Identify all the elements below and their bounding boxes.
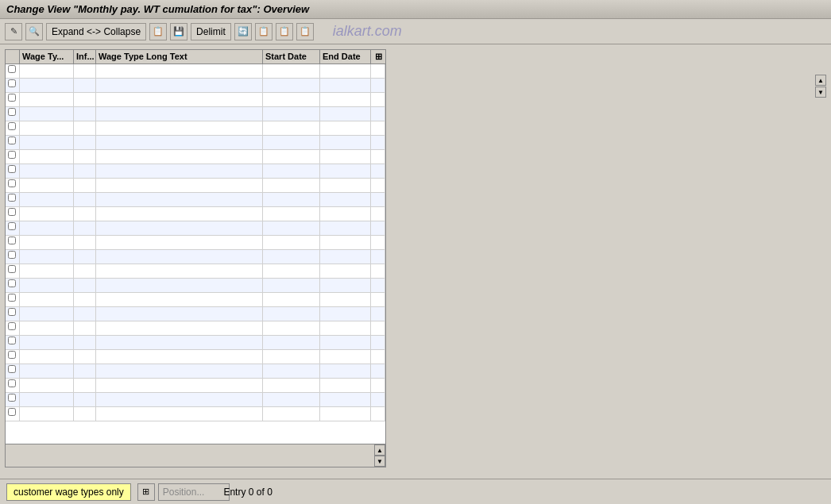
toolbar-btn-refresh[interactable]: 🔄 <box>234 23 252 40</box>
row-check-input[interactable] <box>8 222 16 230</box>
row-startdate <box>263 207 320 221</box>
row-check-input[interactable] <box>8 379 16 387</box>
row-check-input[interactable] <box>8 65 16 73</box>
table-row[interactable] <box>6 64 385 79</box>
table-row[interactable] <box>6 264 385 279</box>
row-last <box>371 164 385 178</box>
toolbar-btn-copy2[interactable]: 📋 <box>255 23 272 40</box>
row-checkbox[interactable] <box>6 307 20 321</box>
row-check-input[interactable] <box>8 137 16 144</box>
row-checkbox[interactable] <box>6 293 20 306</box>
table-row[interactable] <box>6 107 385 121</box>
table-row[interactable] <box>6 350 385 364</box>
row-checkbox[interactable] <box>6 321 20 335</box>
row-check-input[interactable] <box>8 408 16 416</box>
table-row[interactable] <box>6 336 385 350</box>
delimit-btn[interactable]: Delimit <box>191 23 231 40</box>
table-row[interactable] <box>6 393 385 407</box>
scroll-down-bottom-btn[interactable]: ▼ <box>374 456 385 467</box>
row-check-input[interactable] <box>8 365 16 373</box>
table-row[interactable] <box>6 250 385 264</box>
row-check-input[interactable] <box>8 265 16 273</box>
row-checkbox[interactable] <box>6 150 20 164</box>
table-row[interactable] <box>6 407 385 421</box>
table-row[interactable] <box>6 379 385 393</box>
row-checkbox[interactable] <box>6 250 20 264</box>
table-row[interactable] <box>6 236 385 250</box>
row-check-input[interactable] <box>8 94 16 102</box>
row-wtype-long <box>96 207 263 221</box>
row-checkbox[interactable] <box>6 179 20 192</box>
table-row[interactable] <box>6 164 385 179</box>
table-row[interactable] <box>6 293 385 307</box>
row-checkbox[interactable] <box>6 364 20 378</box>
row-check-input[interactable] <box>8 322 16 330</box>
table-row[interactable] <box>6 307 385 321</box>
table-row[interactable] <box>6 364 385 379</box>
table-row[interactable] <box>6 193 385 207</box>
row-checkbox[interactable] <box>6 379 20 392</box>
row-inf <box>74 164 96 178</box>
table-row[interactable] <box>6 79 385 93</box>
row-checkbox[interactable] <box>6 279 20 292</box>
table-row[interactable] <box>6 279 385 293</box>
row-checkbox[interactable] <box>6 336 20 349</box>
row-checkbox[interactable] <box>6 393 20 406</box>
row-startdate <box>263 364 320 378</box>
table-row[interactable] <box>6 136 385 150</box>
row-check-input[interactable] <box>8 337 16 344</box>
table-row[interactable] <box>6 221 385 236</box>
title-bar: Change View "Monthly pay. WT cumulation … <box>0 0 831 19</box>
table-row[interactable] <box>6 150 385 164</box>
row-checkbox[interactable] <box>6 207 20 221</box>
row-wtype-long <box>96 364 263 378</box>
row-checkbox[interactable] <box>6 164 20 178</box>
row-check-input[interactable] <box>8 237 16 244</box>
toolbar-btn-copy1[interactable]: 📋 <box>149 23 167 40</box>
row-checkbox[interactable] <box>6 221 20 235</box>
toolbar-btn-1[interactable]: ✎ <box>5 23 22 40</box>
row-check-input[interactable] <box>8 151 16 159</box>
row-check-input[interactable] <box>8 308 16 316</box>
row-check-input[interactable] <box>8 208 16 216</box>
row-checkbox[interactable] <box>6 64 20 78</box>
toolbar-btn-copy3[interactable]: 📋 <box>276 23 293 40</box>
scroll-up-bottom-btn[interactable]: ▲ <box>374 444 385 456</box>
row-checkbox[interactable] <box>6 350 20 364</box>
row-check-input[interactable] <box>8 251 16 259</box>
customer-wage-types-btn[interactable]: customer wage types only <box>6 483 131 501</box>
row-checkbox[interactable] <box>6 236 20 249</box>
toolbar-btn-copy4[interactable]: 📋 <box>296 23 314 40</box>
row-checkbox[interactable] <box>6 93 20 106</box>
row-wagety <box>20 150 74 164</box>
row-checkbox[interactable] <box>6 121 20 135</box>
row-check-input[interactable] <box>8 394 16 402</box>
row-checkbox[interactable] <box>6 136 20 149</box>
toolbar-btn-2[interactable]: 🔍 <box>25 23 43 40</box>
row-check-input[interactable] <box>8 122 16 130</box>
position-icon[interactable]: ⊞ <box>137 483 155 501</box>
row-checkbox[interactable] <box>6 79 20 92</box>
position-input[interactable] <box>158 483 230 501</box>
row-check-input[interactable] <box>8 279 16 287</box>
table-row[interactable] <box>6 207 385 221</box>
row-check-input[interactable] <box>8 294 16 302</box>
row-inf <box>74 307 96 321</box>
table-row[interactable] <box>6 321 385 336</box>
expand-collapse-btn[interactable]: Expand <-> Collapse <box>46 23 146 40</box>
table-row[interactable] <box>6 179 385 193</box>
row-check-input[interactable] <box>8 79 16 87</box>
row-checkbox[interactable] <box>6 107 20 121</box>
row-checkbox[interactable] <box>6 264 20 278</box>
table-row[interactable] <box>6 93 385 107</box>
row-checkbox[interactable] <box>6 193 20 206</box>
row-check-input[interactable] <box>8 194 16 202</box>
row-check-input[interactable] <box>8 108 16 116</box>
row-check-input[interactable] <box>8 351 16 359</box>
row-check-input[interactable] <box>8 179 16 187</box>
table-row[interactable] <box>6 121 385 136</box>
toolbar-btn-save[interactable]: 💾 <box>170 23 187 40</box>
row-check-input[interactable] <box>8 165 16 173</box>
row-checkbox[interactable] <box>6 407 20 421</box>
header-settings-btn[interactable]: ⊞ <box>371 50 385 63</box>
